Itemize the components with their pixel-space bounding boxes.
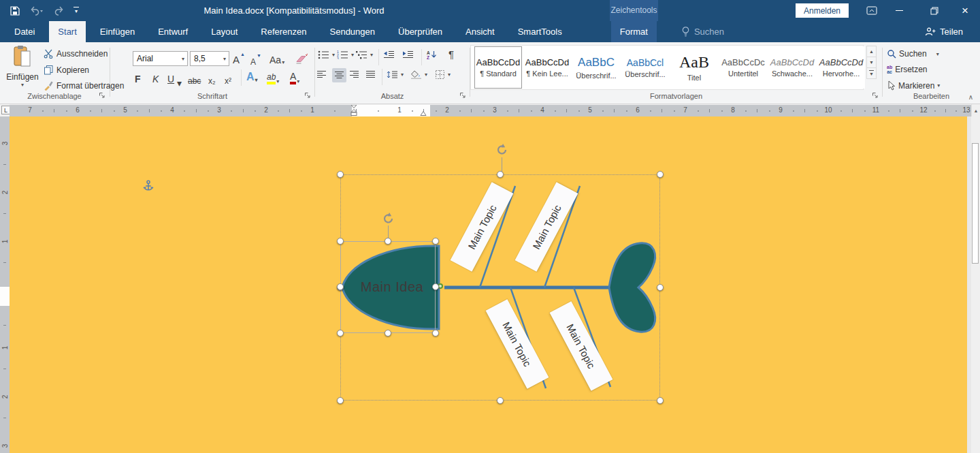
style-card-kein-leerraum[interactable]: AaBbCcDd ¶ Kein Lee... [523,46,571,89]
font-color-button[interactable]: A▾ [290,71,299,84]
rotate-handle-icon[interactable] [495,143,508,156]
selection-handle[interactable] [432,238,439,245]
grow-font-button[interactable]: A▲ [233,52,245,65]
highlight-color-button[interactable]: ab▾ [267,71,279,84]
vertical-scrollbar[interactable]: ▲ [971,104,980,453]
restore-button[interactable] [924,0,945,21]
font-size-combo[interactable]: 8,5▾ [190,51,229,66]
multilevel-list-button[interactable]: ▾ [356,50,373,59]
paragraph-dialog-launcher[interactable] [459,92,466,99]
style-card-schwache-hervorhebung[interactable]: AaBbCcDd Schwache... [768,46,816,89]
selection-handle[interactable] [337,171,344,178]
share-control[interactable]: Teilen [925,21,963,42]
selection-handle[interactable] [337,238,344,245]
style-card-hervorhebung[interactable]: AaBbCcDd Hervorhe... [817,46,865,89]
tab-layout[interactable]: Layout [202,21,246,42]
styles-dialog-launcher[interactable] [872,92,879,99]
bullets-button[interactable]: ▾ [318,50,335,59]
collapse-ribbon-icon[interactable]: ∧ [968,93,973,101]
superscript-button[interactable]: x² [225,72,231,86]
tab-entwurf[interactable]: Entwurf [149,21,197,42]
shape-selection-border[interactable] [340,241,436,333]
increase-indent-button[interactable] [402,50,414,59]
tab-format[interactable]: Format [611,21,657,42]
line-spacing-button[interactable]: ▾ [387,70,404,79]
sign-in-button[interactable]: Anmelden [796,3,849,18]
clear-formatting-button[interactable] [295,50,308,64]
justify-button[interactable] [365,70,376,79]
replace-button[interactable]: abac Ersetzen [887,65,928,74]
horizontal-ruler[interactable]: 765432112345678910111213 [10,105,971,116]
numbering-button[interactable]: 123 ▾ [337,50,354,59]
selection-handle[interactable] [657,171,664,178]
style-card-titel[interactable]: AaB Titel [670,46,718,89]
change-case-button[interactable]: Aa▾ [270,52,284,65]
selection-handle[interactable] [497,397,504,404]
align-right-button[interactable] [349,70,359,79]
sort-button[interactable]: AZ [426,50,437,60]
close-button[interactable]: × [955,0,975,21]
paste-button[interactable]: Einfügen ▾ [5,45,39,95]
select-button[interactable]: Markieren ▾ [887,80,940,91]
text-effects-button[interactable]: A▾ [246,69,258,83]
shading-button[interactable]: ▾ [410,70,427,79]
underline-button[interactable]: U [167,71,174,84]
tab-start[interactable]: Start [49,21,85,42]
tab-sendungen[interactable]: Sendungen [321,21,385,42]
tab-ueberpruefen[interactable]: Überprüfen [389,21,451,42]
tab-referenzen[interactable]: Referenzen [252,21,315,42]
customize-qat-icon[interactable]: ▾ [74,7,79,14]
selection-handle[interactable] [657,397,664,404]
styles-scroll-down[interactable]: ▼ [866,57,877,68]
selection-handle[interactable] [337,330,344,337]
style-card-ueberschrift2[interactable]: AaBbCcl Überschrif... [621,46,669,89]
borders-button[interactable]: ▾ [435,69,451,80]
minimize-button[interactable] [889,0,909,21]
selection-handle[interactable] [385,330,391,337]
shrink-font-button[interactable]: A▼ [250,53,261,67]
ribbon-display-options-icon[interactable] [862,0,882,21]
align-center-button[interactable] [332,68,346,82]
document-page[interactable]: Main Topic Main Topic Main Topic Main To… [10,116,967,453]
bold-button[interactable]: F [135,71,141,84]
pilcrow-button[interactable]: ¶ [448,48,454,60]
selection-handle[interactable] [337,283,344,290]
selection-handle[interactable] [385,238,391,245]
selection-handle[interactable] [432,283,439,290]
undo-icon[interactable] [30,6,44,16]
style-card-standard[interactable]: AaBbCcDd ¶ Standard [474,46,522,89]
selection-handle[interactable] [497,171,504,178]
font-dialog-launcher[interactable] [304,92,311,99]
tell-me-search[interactable]: Suchen [672,21,733,42]
rotate-handle-icon[interactable] [382,212,395,225]
tab-datei[interactable]: Datei [5,21,44,42]
find-button[interactable]: Suchen ▾ [887,49,939,59]
selection-handle[interactable] [337,397,344,404]
redo-icon[interactable] [53,6,64,16]
decrease-indent-button[interactable] [383,50,395,59]
clipboard-dialog-launcher[interactable] [99,92,105,99]
styles-scroll-up[interactable]: ▲ [866,46,877,57]
underline-dropdown-arrow[interactable]: ▾ [177,75,182,89]
style-card-untertitel[interactable]: AaBbCcDc Untertitel [719,46,767,89]
save-icon[interactable] [10,5,20,16]
vertical-ruler[interactable]: 321123 [0,116,10,453]
tab-smarttools[interactable]: SmartTools [509,21,571,42]
cut-button[interactable]: Ausschneiden [44,49,108,59]
copy-button[interactable]: Kopieren [44,65,89,75]
strikethrough-button[interactable]: abc [188,72,201,86]
subscript-button[interactable]: x₂ [208,72,216,86]
tab-ansicht[interactable]: Ansicht [457,21,504,42]
selection-handle[interactable] [657,284,664,291]
selection-handle[interactable] [432,330,439,337]
style-card-ueberschrift1[interactable]: AaBbC Überschrif... [572,46,620,89]
tab-einfuegen[interactable]: Einfügen [91,21,144,42]
scrollbar-thumb[interactable] [972,143,979,264]
italic-button[interactable]: K [152,71,159,84]
ribbon: Einfügen ▾ Ausschneiden Kopieren Format [0,42,980,104]
styles-gallery-more[interactable]: ▼ [866,67,877,79]
align-left-button[interactable] [316,70,327,79]
scroll-up-arrow[interactable]: ▲ [971,104,980,116]
font-name-combo[interactable]: Arial▾ [133,51,188,66]
paste-dropdown-arrow[interactable]: ▾ [5,82,39,88]
